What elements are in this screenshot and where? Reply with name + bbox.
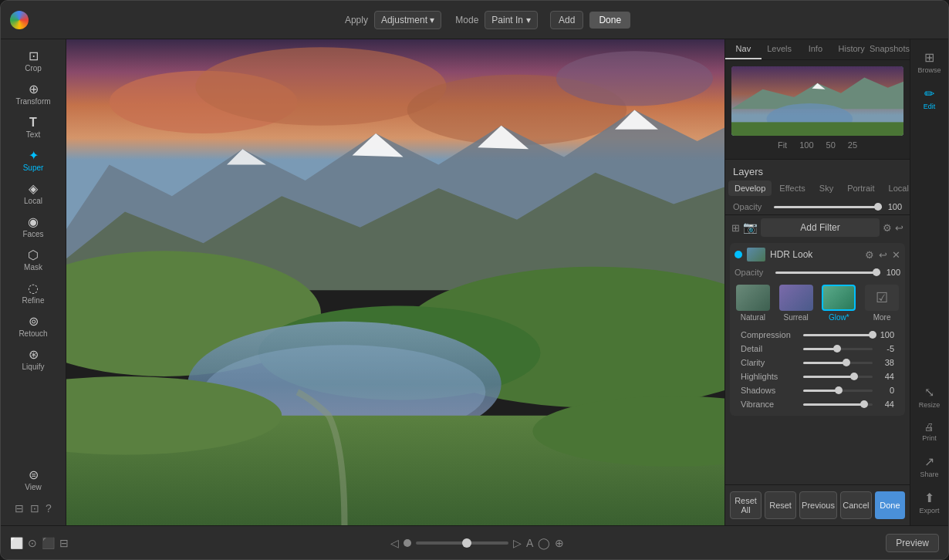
- nav-tab-nav[interactable]: Nav: [725, 39, 762, 59]
- zoom-25-btn[interactable]: 25: [845, 139, 860, 151]
- star-tool-icon[interactable]: ⊕: [555, 537, 564, 549]
- hdr-opacity-slider[interactable]: [775, 272, 880, 274]
- preset-natural-label: Natural: [741, 313, 765, 322]
- tool-local[interactable]: ◈ Local: [6, 178, 60, 210]
- detail-label: Detail: [741, 344, 799, 353]
- tool-transform[interactable]: ⊕ Transform: [6, 79, 60, 110]
- print-label: Print: [922, 434, 937, 442]
- bottom-tool-group: ⊟ ⊡ ?: [15, 498, 52, 519]
- tool-crop[interactable]: ⊡ Crop: [6, 46, 60, 77]
- far-tool-edit[interactable]: ✏ Edit: [912, 82, 947, 115]
- done-top-button[interactable]: Done: [589, 12, 630, 29]
- preset-natural[interactable]: Natural: [736, 285, 770, 322]
- layer-tab-effects[interactable]: Effects: [773, 180, 811, 196]
- refine-icon: ◌: [28, 282, 39, 295]
- preset-surreal[interactable]: Surreal: [779, 285, 813, 322]
- far-tool-share[interactable]: ↗ Share: [912, 450, 947, 483]
- tool-super[interactable]: ✦ Super: [6, 145, 60, 177]
- tool-super-label: Super: [23, 164, 44, 172]
- preset-more[interactable]: ☑ More: [865, 285, 899, 322]
- nav-tab-snapshots[interactable]: Snapshots: [870, 39, 910, 59]
- tool-text-label: Text: [26, 130, 40, 139]
- text-tool-icon[interactable]: A: [526, 537, 533, 549]
- tool-refine[interactable]: ◌ Refine: [6, 278, 60, 309]
- layer-tab-sky[interactable]: Sky: [813, 180, 839, 196]
- layout1-icon[interactable]: ⬛: [42, 537, 55, 549]
- hdr-gear-icon[interactable]: ⚙: [865, 249, 874, 261]
- far-tool-export[interactable]: ⬆ Export: [912, 486, 947, 519]
- previous-button[interactable]: Previous: [799, 491, 837, 519]
- screen-icon[interactable]: ⊟: [15, 502, 24, 514]
- clarity-slider[interactable]: [803, 362, 873, 364]
- hdr-undo-icon[interactable]: ↩: [879, 249, 887, 261]
- tool-mask[interactable]: ⬡ Mask: [6, 245, 60, 276]
- overlay-icon[interactable]: ⊙: [28, 537, 37, 549]
- hdr-actions: ⚙ ↩ ✕: [865, 249, 900, 261]
- opacity-slider[interactable]: [774, 206, 882, 208]
- timeline-slider[interactable]: [416, 541, 508, 545]
- help-icon[interactable]: ?: [46, 502, 52, 514]
- hdr-title: HDR Look: [770, 249, 860, 260]
- zoom-fit-btn[interactable]: Fit: [775, 139, 790, 151]
- liquify-icon: ⊛: [29, 349, 39, 361]
- shadows-slider[interactable]: [803, 390, 873, 392]
- detail-slider[interactable]: [803, 348, 873, 350]
- highlights-value: 44: [877, 372, 894, 381]
- vibrance-label: Vibrance: [741, 400, 799, 409]
- opacity-value: 100: [888, 202, 902, 211]
- highlights-slider[interactable]: [803, 376, 873, 378]
- screen-mode-icon[interactable]: ⬜: [10, 537, 23, 549]
- layer-tab-portrait[interactable]: Portrait: [841, 180, 880, 196]
- circle-tool-icon[interactable]: ◯: [538, 537, 550, 549]
- hdr-close-icon[interactable]: ✕: [892, 249, 900, 261]
- local-icon: ◈: [29, 183, 38, 195]
- right-arrow-icon[interactable]: ▷: [513, 537, 522, 549]
- tool-liquify[interactable]: ⊛ Liquify: [6, 344, 60, 376]
- nav-tabs: Nav Levels Info History Snapshots: [725, 39, 910, 60]
- clarity-label: Clarity: [741, 358, 799, 367]
- layout2-icon[interactable]: ⊟: [59, 537, 69, 549]
- mode-dropdown[interactable]: Paint In ▾: [485, 11, 538, 29]
- compression-value: 100: [877, 330, 894, 339]
- layer-tab-local[interactable]: Local: [883, 180, 910, 196]
- tool-faces[interactable]: ◉ Faces: [6, 211, 60, 243]
- far-right-toolbar: ⊞ Browse ✏ Edit ⤡ Resize 🖨 Print ↗ Share…: [910, 39, 948, 525]
- vibrance-slider[interactable]: [803, 403, 873, 406]
- filter-row: ⊞ 📷 Add Filter ⚙ ↩: [725, 214, 910, 240]
- hdr-enabled-dot[interactable]: [735, 251, 742, 258]
- far-tool-print[interactable]: 🖨 Print: [912, 417, 947, 447]
- add-filter-button[interactable]: Add Filter: [761, 218, 880, 237]
- adjustment-dropdown[interactable]: Adjustment ▾: [374, 11, 441, 29]
- add-button[interactable]: Add: [550, 11, 583, 29]
- browse-icon: ⊞: [924, 50, 934, 65]
- compression-slider[interactable]: [803, 334, 873, 336]
- cancel-button[interactable]: Cancel: [840, 491, 872, 519]
- tool-retouch[interactable]: ⊚ Retouch: [6, 311, 60, 342]
- crop-icon: ⊡: [29, 50, 39, 62]
- reset-all-button[interactable]: Reset All: [730, 491, 762, 519]
- nav-tab-info[interactable]: Info: [798, 39, 834, 59]
- far-tool-resize[interactable]: ⤡ Resize: [912, 380, 947, 413]
- panel-bottom-buttons: Reset All Reset Previous Cancel Done: [725, 484, 910, 525]
- far-tool-browse[interactable]: ⊞ Browse: [912, 46, 947, 79]
- filter-undo-icon[interactable]: ↩: [895, 222, 903, 234]
- bottom-toolbar: ⬜ ⊙ ⬛ ⊟ ◁ ▷ A ◯ ⊕ Preview: [1, 525, 948, 559]
- reset-button[interactable]: Reset: [765, 491, 796, 519]
- layer-tab-develop[interactable]: Develop: [728, 180, 772, 196]
- left-arrow-icon[interactable]: ◁: [390, 537, 399, 549]
- preset-more-label: More: [873, 313, 891, 322]
- preset-glow[interactable]: Glow*: [822, 285, 856, 322]
- preview-button[interactable]: Preview: [886, 534, 939, 552]
- filter-gear-icon[interactable]: ⚙: [883, 222, 892, 234]
- zoom-50-btn[interactable]: 50: [823, 139, 839, 151]
- nav-tab-history[interactable]: History: [833, 39, 870, 59]
- zoom-100-btn[interactable]: 100: [796, 139, 816, 151]
- tool-view[interactable]: ⊜ View: [6, 464, 60, 496]
- tool-text[interactable]: T Text: [6, 112, 60, 143]
- canvas-area[interactable]: [66, 39, 724, 525]
- done-button[interactable]: Done: [875, 491, 905, 519]
- nav-tab-levels[interactable]: Levels: [762, 39, 798, 59]
- share-label: Share: [920, 471, 938, 478]
- layers-icon[interactable]: ⊡: [30, 502, 39, 514]
- tool-faces-label: Faces: [22, 230, 43, 238]
